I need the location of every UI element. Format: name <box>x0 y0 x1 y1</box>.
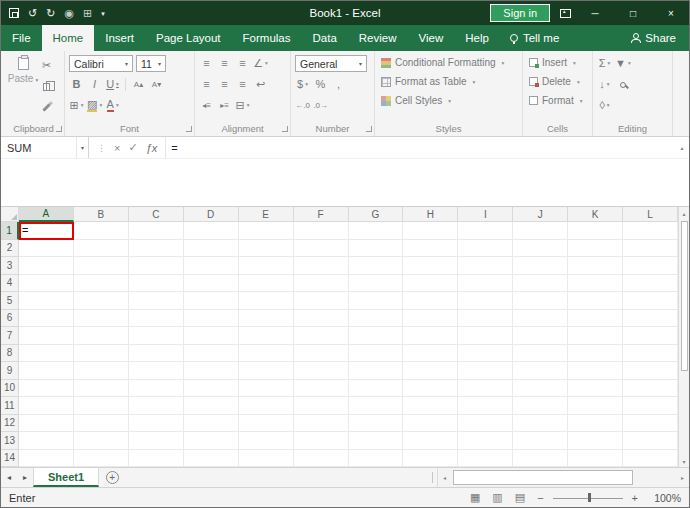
column-header-G[interactable]: G <box>349 207 404 222</box>
cell-H11[interactable] <box>403 397 458 415</box>
cell-styles-button[interactable]: Cell Styles <box>379 91 518 110</box>
cell-L6[interactable] <box>623 310 678 328</box>
cell-I12[interactable] <box>458 415 513 433</box>
cell-E7[interactable] <box>239 327 294 345</box>
cell-K10[interactable] <box>568 380 623 398</box>
cell-F10[interactable] <box>294 380 349 398</box>
format-painter-icon[interactable] <box>39 99 54 116</box>
accounting-format-icon[interactable]: $ <box>295 76 310 93</box>
cell-A8[interactable] <box>19 345 74 363</box>
align-center-icon[interactable]: ≡ <box>217 76 232 93</box>
select-all-button[interactable] <box>1 207 19 222</box>
cell-F5[interactable] <box>294 292 349 310</box>
cell-H3[interactable] <box>403 257 458 275</box>
cell-K5[interactable] <box>568 292 623 310</box>
column-header-C[interactable]: C <box>129 207 184 222</box>
wrap-text-icon[interactable]: ↩ <box>253 76 268 93</box>
new-sheet-button[interactable]: + <box>99 468 125 487</box>
cell-F11[interactable] <box>294 397 349 415</box>
column-header-L[interactable]: L <box>623 207 678 222</box>
column-header-J[interactable]: J <box>513 207 568 222</box>
cancel-icon[interactable]: × <box>114 142 120 154</box>
scroll-right-icon[interactable]: ▸ <box>676 474 689 481</box>
cell-A7[interactable] <box>19 327 74 345</box>
cell-D1[interactable] <box>184 222 239 240</box>
cell-D7[interactable] <box>184 327 239 345</box>
qat-customize-icon[interactable]: ▾ <box>101 10 105 17</box>
cell-B13[interactable] <box>74 432 129 450</box>
cell-F14[interactable] <box>294 450 349 468</box>
cell-I1[interactable] <box>458 222 513 240</box>
cell-C6[interactable] <box>129 310 184 328</box>
cell-K8[interactable] <box>568 345 623 363</box>
cell-D4[interactable] <box>184 275 239 293</box>
cell-A1[interactable]: = <box>19 222 74 240</box>
cell-L7[interactable] <box>623 327 678 345</box>
cell-H4[interactable] <box>403 275 458 293</box>
cell-B7[interactable] <box>74 327 129 345</box>
cell-G5[interactable] <box>349 292 404 310</box>
column-header-K[interactable]: K <box>568 207 623 222</box>
name-box[interactable]: SUM ▾ <box>1 137 89 158</box>
cell-G4[interactable] <box>349 275 404 293</box>
cell-K9[interactable] <box>568 362 623 380</box>
cell-E1[interactable] <box>239 222 294 240</box>
italic-button[interactable]: I <box>87 76 102 93</box>
close-button[interactable]: × <box>657 8 685 19</box>
cell-G6[interactable] <box>349 310 404 328</box>
normal-view-icon[interactable]: ▦ <box>467 491 483 504</box>
cell-I10[interactable] <box>458 380 513 398</box>
cell-F12[interactable] <box>294 415 349 433</box>
cell-C7[interactable] <box>129 327 184 345</box>
cell-I5[interactable] <box>458 292 513 310</box>
tab-file[interactable]: File <box>1 25 42 51</box>
touch-mode-icon[interactable]: ◉ <box>64 8 74 19</box>
clear-button[interactable]: ◊ <box>597 97 612 114</box>
cell-C12[interactable] <box>129 415 184 433</box>
cell-C14[interactable] <box>129 450 184 468</box>
row-header-14[interactable]: 14 <box>1 450 19 468</box>
cell-L8[interactable] <box>623 345 678 363</box>
align-top-icon[interactable]: ≡ <box>199 55 214 72</box>
cell-B1[interactable] <box>74 222 129 240</box>
cell-D3[interactable] <box>184 257 239 275</box>
row-header-3[interactable]: 3 <box>1 257 19 275</box>
cell-K13[interactable] <box>568 432 623 450</box>
cell-C2[interactable] <box>129 240 184 258</box>
cell-K12[interactable] <box>568 415 623 433</box>
cut-icon[interactable]: ✂ <box>39 57 54 74</box>
cell-G12[interactable] <box>349 415 404 433</box>
cell-G9[interactable] <box>349 362 404 380</box>
zoom-level[interactable]: 100% <box>647 492 681 504</box>
cell-I8[interactable] <box>458 345 513 363</box>
cell-A12[interactable] <box>19 415 74 433</box>
cell-E5[interactable] <box>239 292 294 310</box>
cell-B8[interactable] <box>74 345 129 363</box>
cell-J7[interactable] <box>513 327 568 345</box>
cell-C13[interactable] <box>129 432 184 450</box>
share-button[interactable]: Share <box>617 25 689 51</box>
cell-J9[interactable] <box>513 362 568 380</box>
zoom-out-icon[interactable]: − <box>534 492 546 504</box>
autosum-button[interactable]: Σ <box>597 55 612 72</box>
grow-font-icon[interactable]: A▴ <box>131 76 146 93</box>
save-icon[interactable] <box>9 8 19 18</box>
cell-J6[interactable] <box>513 310 568 328</box>
cell-J10[interactable] <box>513 380 568 398</box>
cell-I2[interactable] <box>458 240 513 258</box>
row-header-5[interactable]: 5 <box>1 292 19 310</box>
tell-me-box[interactable]: Tell me <box>500 25 569 51</box>
merge-center-icon[interactable]: ⊟ <box>235 97 250 114</box>
format-as-table-button[interactable]: Format as Table <box>379 72 518 91</box>
increase-indent-icon[interactable]: ▸≡ <box>217 97 232 114</box>
scroll-left-icon[interactable]: ◂ <box>438 474 451 481</box>
cell-D14[interactable] <box>184 450 239 468</box>
cell-H9[interactable] <box>403 362 458 380</box>
sheet-nav-right-icon[interactable]: ▸ <box>17 468 33 487</box>
column-header-F[interactable]: F <box>294 207 349 222</box>
enter-icon[interactable]: ✓ <box>128 141 137 154</box>
formula-input[interactable]: = <box>166 137 675 158</box>
cell-F13[interactable] <box>294 432 349 450</box>
redo-icon[interactable]: ↻ <box>46 8 55 19</box>
cell-B6[interactable] <box>74 310 129 328</box>
